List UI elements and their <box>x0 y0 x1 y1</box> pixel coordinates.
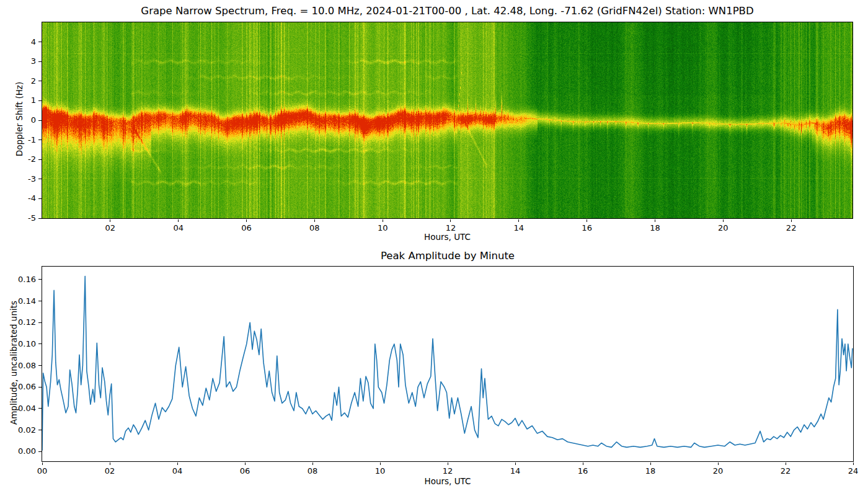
tick-label: 18 <box>638 466 663 476</box>
tick-label: 10 <box>370 223 395 232</box>
tick-mark <box>853 463 854 466</box>
tick-mark <box>723 219 724 223</box>
tick-label: 04 <box>165 466 190 476</box>
tick-mark <box>583 463 583 466</box>
tick-mark <box>650 463 651 466</box>
tick-label: 08 <box>300 466 325 476</box>
tick-mark <box>38 365 42 366</box>
tick-mark <box>655 219 655 223</box>
tick-label: 12 <box>438 223 463 232</box>
tick-mark <box>38 140 42 140</box>
tick-label: 0.14 <box>11 296 36 306</box>
tick-label: -4 <box>14 193 36 203</box>
tick-label: 04 <box>166 223 191 232</box>
amplitude-title: Peak Amplitude by Minute <box>42 250 853 262</box>
tick-mark <box>38 179 42 179</box>
tick-label: 22 <box>773 466 798 476</box>
tick-mark <box>515 463 516 466</box>
tick-label: 18 <box>642 223 667 232</box>
tick-label: -2 <box>14 154 36 164</box>
tick-label: -5 <box>14 213 36 223</box>
spectrogram-x-axis-label: Hours, UTC <box>42 232 852 242</box>
tick-mark <box>38 42 42 42</box>
tick-mark <box>38 100 42 101</box>
tick-label: 10 <box>368 466 392 476</box>
tick-label: 12 <box>435 466 460 476</box>
tick-label: 20 <box>706 466 730 476</box>
tick-mark <box>314 219 315 223</box>
tick-label: 22 <box>779 223 804 232</box>
tick-label: 08 <box>302 223 327 232</box>
tick-mark <box>38 343 42 344</box>
amplitude-line <box>42 276 852 450</box>
tick-label: 24 <box>841 466 866 476</box>
tick-mark <box>38 198 42 199</box>
tick-label: 0.04 <box>11 404 36 413</box>
tick-label: 06 <box>232 466 257 476</box>
tick-label: 02 <box>97 466 122 476</box>
tick-mark <box>587 219 587 223</box>
tick-label: 0.10 <box>11 339 36 348</box>
tick-label: 14 <box>503 466 528 476</box>
tick-label: 0.08 <box>11 361 36 370</box>
tick-mark <box>718 463 719 466</box>
tick-mark <box>518 219 519 223</box>
tick-label: 4 <box>14 37 36 46</box>
tick-mark <box>38 451 42 452</box>
tick-mark <box>178 219 179 223</box>
tick-label: 14 <box>507 223 531 232</box>
tick-mark <box>110 219 110 223</box>
amplitude-line-chart <box>42 267 853 461</box>
tick-mark <box>38 81 42 81</box>
tick-label: 00 <box>30 466 55 476</box>
tick-label: 0.16 <box>11 275 36 284</box>
tick-mark <box>38 120 42 121</box>
tick-label: -3 <box>14 174 36 184</box>
tick-label: -1 <box>14 135 36 144</box>
tick-label: 1 <box>14 95 36 105</box>
figure: Grape Narrow Spectrum, Freq. = 10.0 MHz,… <box>0 0 868 496</box>
tick-label: 0.12 <box>11 317 36 327</box>
tick-label: 06 <box>234 223 259 232</box>
tick-label: 20 <box>711 223 735 232</box>
tick-mark <box>177 463 178 466</box>
tick-mark <box>38 279 42 280</box>
tick-label: 2 <box>14 76 36 86</box>
tick-mark <box>38 322 42 323</box>
tick-mark <box>245 463 246 466</box>
amplitude-plot-area <box>42 266 854 462</box>
tick-mark <box>791 219 792 223</box>
tick-mark <box>38 159 42 160</box>
tick-label: 0.00 <box>11 446 36 456</box>
spectrogram-plot-area <box>42 22 853 219</box>
tick-mark <box>42 463 43 466</box>
tick-mark <box>380 463 381 466</box>
tick-label: 3 <box>14 56 36 66</box>
tick-label: 02 <box>98 223 123 232</box>
tick-mark <box>450 219 451 223</box>
amplitude-x-axis-label: Hours, UTC <box>42 476 853 486</box>
tick-label: 0.06 <box>11 382 36 391</box>
tick-mark <box>246 219 247 223</box>
tick-mark <box>38 408 42 409</box>
tick-mark <box>38 301 42 301</box>
tick-mark <box>383 219 383 223</box>
tick-mark <box>786 463 786 466</box>
tick-mark <box>312 463 313 466</box>
tick-label: 16 <box>570 466 595 476</box>
tick-mark <box>448 463 448 466</box>
tick-mark <box>38 430 42 430</box>
tick-label: 16 <box>575 223 600 232</box>
spectrogram-title: Grape Narrow Spectrum, Freq. = 10.0 MHz,… <box>42 5 852 17</box>
spectrogram-canvas <box>42 22 852 218</box>
tick-mark <box>38 218 42 219</box>
tick-mark <box>38 61 42 62</box>
tick-label: 0 <box>14 115 36 125</box>
tick-mark <box>38 387 42 388</box>
tick-label: 0.02 <box>11 425 36 435</box>
tick-mark <box>110 463 110 466</box>
